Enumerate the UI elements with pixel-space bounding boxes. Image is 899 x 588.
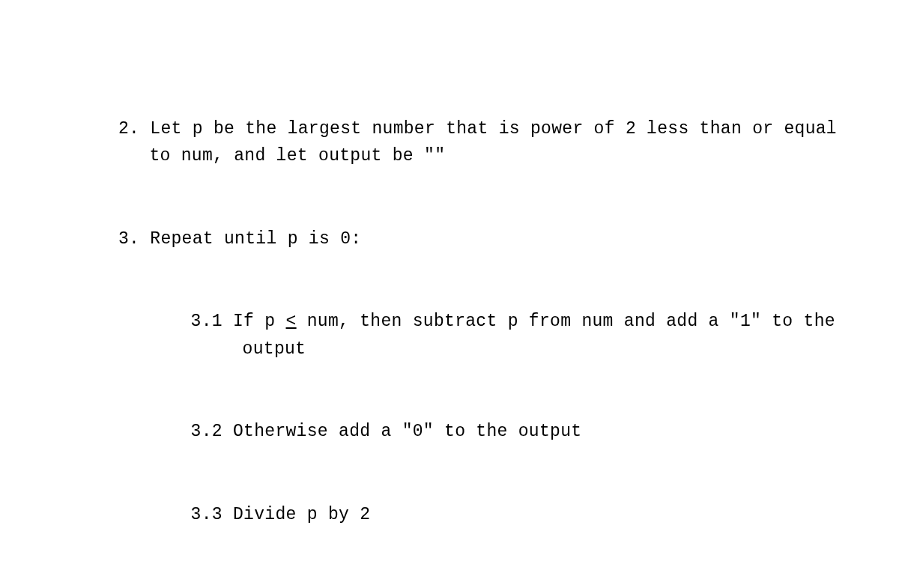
algo-step-4: 4. Return output <box>118 584 862 588</box>
algo-step-3-1-pre: 3.1 If p <box>191 312 286 331</box>
algo-step-3-3: 3.3 Divide p by 2 <box>118 501 862 529</box>
algo-step-3: 3. Repeat until p is 0: <box>118 225 862 253</box>
algo-step-3-1: 3.1 If p < num, then subtract p from num… <box>118 308 862 363</box>
algorithm-block: 2. Let p be the largest number that is p… <box>118 60 862 588</box>
algo-step-3-1-post: num, then subtract p from num and add a … <box>243 312 835 359</box>
algo-step-3-2: 3.2 Otherwise add a "0" to the output <box>118 418 862 446</box>
algo-step-2: 2. Let p be the largest number that is p… <box>118 115 862 171</box>
le-symbol: < <box>286 312 297 331</box>
